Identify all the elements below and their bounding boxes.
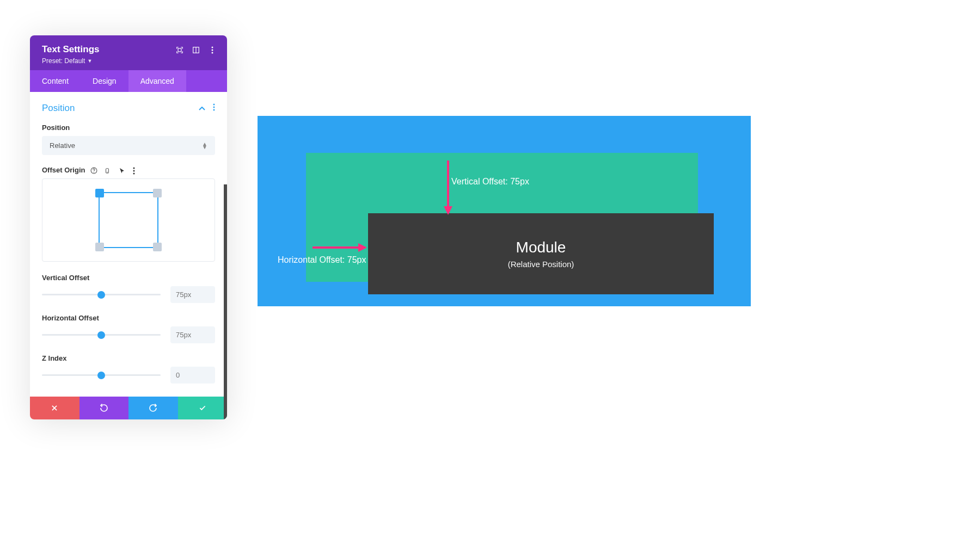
position-label: Position xyxy=(42,123,215,132)
horizontal-offset-slider[interactable] xyxy=(42,334,161,336)
panel-header: Text Settings Preset: Default ▼ xyxy=(30,35,227,70)
horizontal-offset-controls: 75px xyxy=(42,326,215,343)
svg-point-6 xyxy=(213,104,215,106)
cancel-button[interactable] xyxy=(30,397,79,419)
position-select[interactable]: Relative ▲▼ xyxy=(42,136,215,155)
preview-module: Module (Relative Position) xyxy=(368,213,714,294)
origin-handle-bottom-left[interactable] xyxy=(95,243,104,251)
position-value: Relative xyxy=(50,141,75,150)
preset-dropdown[interactable]: Preset: Default ▼ xyxy=(42,57,99,65)
module-subtitle: (Relative Position) xyxy=(508,259,574,269)
svg-point-10 xyxy=(94,172,95,172)
mobile-icon[interactable] xyxy=(105,167,111,174)
vertical-offset-label: Vertical Offset xyxy=(42,274,215,282)
panel-title: Text Settings xyxy=(42,44,99,55)
zindex-controls: 0 xyxy=(42,367,215,384)
zindex-input[interactable]: 0 xyxy=(170,367,215,384)
vertical-offset-controls: 75px xyxy=(42,286,215,303)
svg-point-4 xyxy=(212,50,213,51)
zindex-label: Z Index xyxy=(42,354,215,362)
offset-origin-text: Offset Origin xyxy=(42,166,85,174)
select-arrows-icon: ▲▼ xyxy=(202,143,207,149)
tab-design[interactable]: Design xyxy=(81,70,128,92)
svg-point-8 xyxy=(213,109,215,111)
svg-rect-0 xyxy=(178,48,181,52)
module-title: Module xyxy=(516,239,566,256)
offset-origin-label: Offset Origin xyxy=(42,166,215,174)
svg-point-7 xyxy=(213,107,215,108)
horizontal-offset-field: Horizontal Offset 75px xyxy=(42,314,215,343)
svg-point-3 xyxy=(212,47,213,48)
tabs: Content Design Advanced xyxy=(30,70,227,92)
section-actions xyxy=(199,103,215,113)
collapse-icon[interactable] xyxy=(199,103,205,113)
horizontal-offset-label: Horizontal Offset xyxy=(42,314,215,322)
zindex-thumb[interactable] xyxy=(97,372,105,379)
tab-advanced[interactable]: Advanced xyxy=(128,70,186,92)
preview-diagram: Module (Relative Position) Vertical Offs… xyxy=(258,116,751,306)
svg-point-14 xyxy=(133,170,135,171)
vertical-offset-annotation: Vertical Offset: 75px xyxy=(451,177,529,187)
scrollbar[interactable] xyxy=(224,184,227,419)
origin-grid xyxy=(99,192,158,248)
field-more-icon[interactable] xyxy=(133,167,139,174)
svg-point-5 xyxy=(212,52,213,54)
svg-point-12 xyxy=(107,172,108,172)
panel-footer xyxy=(30,397,227,419)
panel-header-left: Text Settings Preset: Default ▼ xyxy=(42,44,99,65)
zindex-field: Z Index 0 xyxy=(42,354,215,384)
undo-button[interactable] xyxy=(79,397,129,419)
tab-content[interactable]: Content xyxy=(30,70,81,92)
section-title: Position xyxy=(42,103,75,114)
redo-button[interactable] xyxy=(128,397,178,419)
panel-body: Position Position Relative ▲▼ Offset Ori… xyxy=(30,92,227,397)
vertical-offset-slider[interactable] xyxy=(42,294,161,295)
horizontal-arrow-icon xyxy=(313,242,367,255)
svg-point-13 xyxy=(133,167,135,169)
svg-point-15 xyxy=(133,172,135,174)
offset-origin-toolbar xyxy=(90,167,139,174)
offset-origin-picker xyxy=(42,178,215,262)
vertical-offset-thumb[interactable] xyxy=(97,291,105,299)
hover-icon[interactable] xyxy=(119,167,125,174)
expand-icon[interactable] xyxy=(176,46,183,54)
more-vertical-icon[interactable] xyxy=(209,46,216,54)
origin-handle-bottom-right[interactable] xyxy=(153,243,162,251)
panel-header-actions xyxy=(176,44,216,54)
vertical-arrow-icon xyxy=(443,160,454,217)
horizontal-offset-annotation: Horizontal Offset: 75px xyxy=(278,255,366,265)
section-header: Position xyxy=(42,103,215,114)
vertical-offset-input[interactable]: 75px xyxy=(170,286,215,303)
help-icon[interactable] xyxy=(90,167,97,174)
caret-down-icon: ▼ xyxy=(87,58,92,64)
section-more-icon[interactable] xyxy=(213,103,215,113)
vertical-offset-field: Vertical Offset 75px xyxy=(42,274,215,303)
origin-handle-top-left[interactable] xyxy=(95,189,104,197)
horizontal-offset-thumb[interactable] xyxy=(97,331,105,339)
panel-layout-icon[interactable] xyxy=(192,46,200,54)
preset-label: Preset: Default xyxy=(42,57,85,65)
save-button[interactable] xyxy=(178,397,228,419)
horizontal-offset-input[interactable]: 75px xyxy=(170,326,215,343)
settings-panel: Text Settings Preset: Default ▼ Content … xyxy=(30,35,227,419)
origin-handle-top-right[interactable] xyxy=(153,189,162,197)
zindex-slider[interactable] xyxy=(42,374,161,376)
